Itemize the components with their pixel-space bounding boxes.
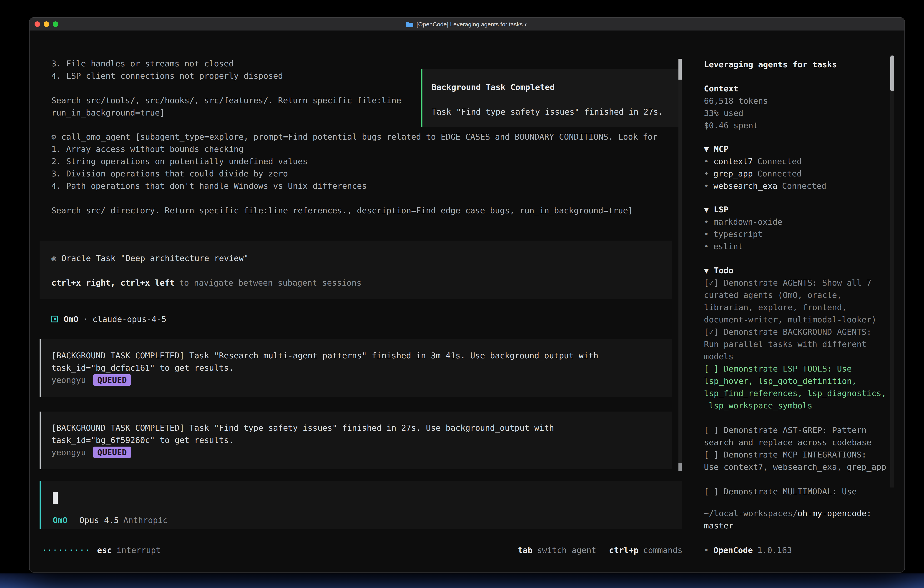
mcp-name: grep_app (713, 167, 753, 180)
input-model-name: Opus 4.5 (79, 514, 119, 526)
hint-text: to navigate between subagent sessions (179, 276, 361, 289)
mcp-name: context7 (713, 155, 753, 167)
window-title-wrap: [OpenCode] Leveraging agents for tasks ◐ (30, 21, 904, 28)
ctrlp-key-label: commands (643, 544, 683, 556)
app-version: 1.0.163 (757, 544, 792, 556)
todo-item-active: [ ] Demonstrate LSP TOOLS: Use lsp_hover… (704, 362, 895, 411)
todo-line: lsp_hover, lsp_goto_definition, (704, 375, 895, 387)
fisheye-icon: ◉ (51, 252, 56, 264)
todo-item: [ ] Demonstrate MULTIMODAL: Use (704, 485, 895, 497)
message-block: [BACKGROUND TASK COMPLETED] Task "Resear… (40, 339, 672, 397)
bullet-icon: • (704, 167, 709, 180)
opencode-window: [OpenCode] Leveraging agents for tasks ◐… (29, 17, 905, 573)
message-line: [BACKGROUND TASK COMPLETED] Task "Resear… (51, 349, 672, 362)
bullet-icon: • (704, 228, 709, 240)
message-line: [BACKGROUND TASK COMPLETED] Task "Find t… (51, 421, 672, 434)
todo-line: document-writer, multimodal-looker) (704, 313, 895, 325)
todo-line: [ ] Demonstrate MCP INTEGRATIONS: (704, 448, 895, 461)
esc-key-hint: esc (97, 544, 112, 556)
todo-line: [✓] Demonstrate AGENTS: Show all 7 (704, 276, 895, 289)
todo-line: models (704, 350, 895, 362)
sidebar-scrollbar-thumb[interactable] (890, 56, 894, 91)
status-bar: ········· esc interrupt tab switch agent… (30, 544, 695, 556)
status-badge: QUEUED (93, 374, 131, 386)
bullet-icon: • (704, 240, 709, 253)
input-provider-name: Anthropic (123, 514, 168, 526)
traffic-lights (30, 21, 58, 27)
context-spent: $0.46 spent (704, 119, 768, 131)
todo-line: Run parallel tasks with different (704, 338, 895, 350)
titlebar[interactable]: [OpenCode] Leveraging agents for tasks ◐ (30, 18, 904, 31)
tool-call-line: call_omo_agent [subagent_type=explore, p… (61, 130, 658, 143)
esc-key-label: interrupt (116, 544, 161, 556)
hint-keys: ctrl+x right, ctrl+x left (51, 276, 175, 289)
todo-line: [ ] Demonstrate AST-GREP: Pattern (704, 424, 895, 436)
lsp-name: markdown-oxide (713, 216, 782, 228)
tool-call-line: Search src/ directory. Return specific f… (51, 204, 658, 216)
status-badge: QUEUED (93, 447, 131, 458)
bullet-icon: • (704, 216, 709, 228)
tool-call-block: ⚙call_omo_agent [subagent_type=explore, … (51, 130, 658, 216)
todo-line: lsp_workspace_symbols (704, 399, 895, 411)
todo-section: ▼ Todo [✓] Demonstrate AGENTS: Show all … (704, 264, 895, 497)
message-line: task_id="bg_dcfac161" to get results. (51, 362, 672, 374)
tab-key-hint: tab (518, 544, 533, 556)
terminal-line: run_in_background=true] (51, 106, 401, 119)
workspace-section: ~/local-workspaces/oh-my-opencode: maste… (704, 507, 871, 532)
workspace-branch: master (704, 519, 871, 532)
mcp-status: Connected (757, 167, 802, 180)
spinner-dots: ········· (42, 544, 90, 556)
separator-dot: · (83, 313, 88, 325)
context-used: 33% used (704, 107, 768, 119)
todo-line: Use context7, websearch_exa, grep_app (704, 461, 895, 473)
todo-line: lsp_find_references, lsp_diagnostics, (704, 387, 895, 399)
mcp-status: Connected (757, 155, 802, 167)
background-task-toast: Background Task Completed Task "Find typ… (421, 69, 681, 127)
log-block-1: 3. File handles or streams not closed 4.… (51, 57, 283, 82)
app-version-footer: • OpenCode 1.0.163 (704, 544, 792, 556)
session-title: Leveraging agents for tasks (704, 58, 837, 71)
folder-icon (406, 21, 413, 27)
main-scrollbar-thumb-bottom[interactable] (678, 463, 681, 471)
main-scrollbar-track[interactable] (678, 59, 681, 471)
agent-icon (51, 315, 58, 322)
tool-call-line: 1. Array access without bounds checking (51, 143, 658, 155)
zoom-window-button[interactable] (53, 21, 58, 27)
agent-model: claude-opus-4-5 (92, 313, 167, 325)
bullet-icon: • (704, 180, 709, 192)
tool-call-line: 4. Path operations that don't handle Win… (51, 180, 658, 192)
log-block-2: Search src/tools/, src/hooks/, src/featu… (51, 94, 401, 119)
screen: [OpenCode] Leveraging agents for tasks ◐… (0, 0, 924, 588)
agent-name: OmO (64, 313, 78, 325)
mcp-name: websearch_exa (713, 180, 777, 192)
bullet-icon: • (704, 155, 709, 167)
tool-call-line: 2. String operations on potentially unde… (51, 155, 658, 167)
todo-item: [ ] Demonstrate MCP INTEGRATIONS: Use co… (704, 448, 895, 473)
text-cursor (53, 492, 58, 504)
terminal-line: Search src/tools/, src/hooks/, src/featu… (51, 94, 401, 106)
main-scrollbar-thumb[interactable] (678, 59, 681, 79)
mcp-heading: ▼ MCP (704, 143, 827, 155)
model-info-row: OmO Opus 4.5 Anthropic (53, 514, 168, 526)
sidebar: Leveraging agents for tasks Context 66,5… (695, 31, 905, 572)
bullet-icon: • (704, 544, 709, 556)
lsp-section: ▼ LSP •markdown-oxide •typescript •eslin… (704, 203, 782, 253)
todo-line: [✓] Demonstrate BACKGROUND AGENTS: (704, 325, 895, 338)
message-author: yeongyu (51, 446, 86, 458)
prompt-input[interactable]: OmO Opus 4.5 Anthropic (40, 481, 681, 529)
desktop-wallpaper-strip (0, 573, 924, 588)
sidebar-scrollbar-track[interactable] (890, 56, 894, 487)
todo-line: librarian, explore, frontend, (704, 301, 895, 313)
mcp-section: ▼ MCP •context7Connected •grep_appConnec… (704, 143, 827, 192)
context-section: Context 66,518 tokens 33% used $0.46 spe… (704, 82, 768, 131)
gear-icon: ⚙ (51, 130, 56, 143)
oracle-task-title: Oracle Task "Deep architecture review" (61, 252, 249, 264)
todo-line: curated agents (OmO, oracle, (704, 289, 895, 301)
close-window-button[interactable] (35, 21, 40, 27)
app-name: OpenCode (713, 544, 753, 556)
message-line: task_id="bg_6f59260c" to get results. (51, 434, 672, 446)
lsp-name: eslint (713, 240, 743, 253)
oracle-task-panel: ◉Oracle Task "Deep architecture review" … (40, 241, 672, 299)
todo-item: [ ] Demonstrate AST-GREP: Pattern search… (704, 424, 895, 448)
minimize-window-button[interactable] (44, 21, 49, 27)
